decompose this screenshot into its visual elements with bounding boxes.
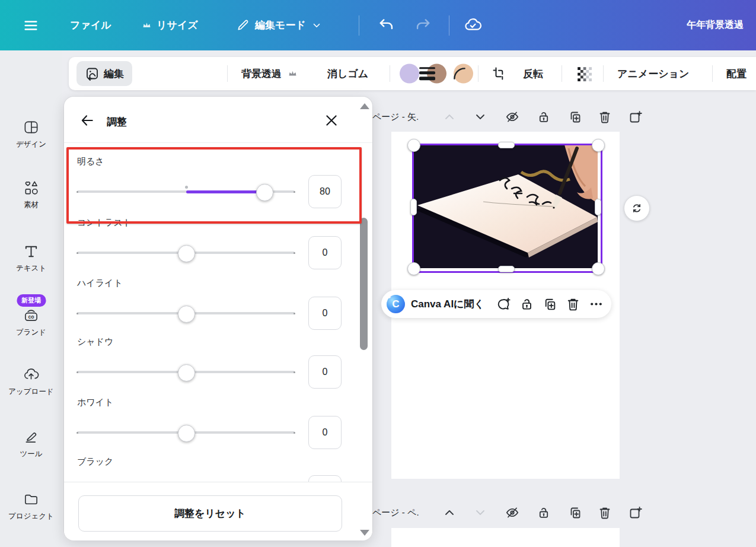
pencil-icon [236, 18, 250, 32]
slider-label: ブラック [77, 456, 113, 468]
panel-scrollbar[interactable] [360, 218, 368, 350]
rotate-button[interactable] [624, 195, 650, 221]
duplicate-icon[interactable] [543, 297, 557, 311]
chevron-down-icon[interactable] [473, 110, 487, 124]
file-menu-button[interactable]: ファイル [70, 0, 111, 50]
position-label: 配置 [726, 67, 747, 81]
resize-handle-n[interactable] [498, 142, 515, 148]
animation-label: アニメーション [617, 67, 689, 81]
lock-open-icon[interactable] [537, 505, 551, 520]
toolbar-divider [712, 65, 713, 82]
main-menu-button[interactable] [23, 0, 39, 50]
slider-thumb[interactable] [178, 306, 195, 323]
position-button[interactable]: 配置 [726, 67, 747, 81]
slider-row-highlights: ハイライト 0 [64, 278, 372, 337]
chevron-down-icon[interactable] [473, 505, 487, 520]
sidebar-item-projects[interactable]: プロジェクト [0, 491, 62, 521]
crop-button[interactable] [492, 66, 506, 81]
image-edit-icon [85, 66, 99, 81]
page2-canvas[interactable] [391, 528, 620, 547]
shadows-value[interactable]: 0 [308, 355, 342, 389]
edit-mode-button[interactable]: 編集モード [236, 0, 322, 50]
tools-icon [23, 429, 39, 445]
duplicate-icon[interactable] [568, 110, 582, 124]
resize-button[interactable]: リサイズ [141, 0, 198, 50]
slider-label: ハイライト [77, 278, 123, 289]
slider-row-brightness: 明るさ 80 [64, 156, 372, 215]
chevron-up-icon[interactable] [442, 110, 457, 124]
undo-button[interactable] [378, 0, 395, 50]
bg-remove-button[interactable]: 背景透過 [241, 67, 298, 81]
redo-icon [414, 17, 432, 34]
contrast-slider[interactable] [77, 252, 295, 254]
close-icon[interactable] [324, 113, 339, 128]
whites-value[interactable]: 0 [308, 416, 342, 449]
slider-thumb[interactable] [178, 425, 195, 442]
resize-handle-nw[interactable] [407, 139, 420, 152]
sidebar-item-brand[interactable]: 新登場 co ブランド [0, 307, 62, 338]
whites-slider[interactable] [77, 431, 295, 434]
eye-off-icon[interactable] [505, 110, 519, 124]
eraser-button[interactable]: 消しゴム [327, 67, 368, 81]
image-edit-toolbar: 編集 背景透過 消しゴム 反転 アニメーション [69, 57, 756, 90]
add-page-icon[interactable] [629, 110, 643, 124]
edit-image-button[interactable]: 編集 [76, 61, 132, 86]
trash-icon[interactable] [598, 505, 612, 520]
trash-icon[interactable] [598, 110, 612, 124]
selected-image[interactable] [413, 145, 598, 268]
flip-button[interactable]: 反転 [523, 67, 543, 81]
sidebar-item-tools[interactable]: ツール [0, 429, 62, 459]
duplicate-icon[interactable] [568, 505, 582, 520]
scroll-down-arrow[interactable] [360, 530, 369, 536]
new-badge: 新登場 [17, 294, 46, 307]
slider-thumb[interactable] [178, 364, 195, 381]
canva-editor: ファイル リサイズ 編集モード 午年背景透過 デザイン 素材 [0, 0, 756, 547]
add-page-icon[interactable] [629, 505, 643, 520]
transparency-button[interactable] [576, 66, 592, 81]
slider-thumb[interactable] [256, 184, 273, 201]
scroll-up-arrow[interactable] [360, 103, 369, 109]
page2-label[interactable]: ページ - ペ. [372, 505, 419, 520]
reset-adjustments-button[interactable]: 調整をリセット [78, 495, 342, 532]
ask-canva-ai-button[interactable]: Canva AIに聞く [411, 297, 484, 311]
cloud-save-status[interactable] [464, 0, 482, 50]
contrast-value[interactable]: 0 [308, 236, 342, 269]
document-title[interactable]: 午年背景透過 [687, 0, 756, 50]
more-icon[interactable] [589, 297, 604, 311]
sidebar-item-elements[interactable]: 素材 [0, 180, 62, 210]
resize-handle-s[interactable] [498, 266, 515, 272]
hamburger-icon [23, 17, 39, 34]
highlights-value[interactable]: 0 [308, 297, 342, 330]
redo-button[interactable] [414, 0, 432, 50]
sidebar-item-design[interactable]: デザイン [0, 119, 62, 150]
highlights-slider[interactable] [77, 312, 295, 314]
comment-plus-icon[interactable] [496, 297, 511, 311]
corner-rounding-button[interactable] [452, 66, 467, 81]
eye-off-icon[interactable] [505, 505, 519, 520]
sidebar-item-text[interactable]: テキスト [0, 243, 62, 274]
sidebar-item-uploads[interactable]: アップロード [0, 367, 62, 397]
canva-ai-logo-icon: C [387, 295, 405, 313]
stroke-weight-icon[interactable] [419, 67, 435, 80]
lock-open-icon[interactable] [537, 110, 551, 124]
brightness-value[interactable]: 80 [308, 175, 342, 208]
resize-label: リサイズ [157, 18, 198, 32]
resize-handle-w[interactable] [410, 199, 417, 215]
lock-open-icon[interactable] [519, 297, 534, 311]
trash-icon[interactable] [566, 297, 580, 311]
resize-handle-sw[interactable] [407, 262, 420, 275]
sidebar: デザイン 素材 テキスト 新登場 co ブランド アップロード ツール プロジェ… [0, 50, 62, 547]
resize-handle-ne[interactable] [592, 139, 605, 152]
chevron-up-icon[interactable] [442, 505, 457, 520]
shadows-slider[interactable] [77, 371, 295, 373]
slider-thumb[interactable] [178, 245, 195, 262]
brightness-slider[interactable] [77, 190, 295, 193]
resize-handle-e[interactable] [595, 199, 601, 215]
back-arrow-icon[interactable] [79, 113, 95, 128]
resize-handle-se[interactable] [592, 262, 605, 275]
page1-label[interactable]: ページ - 矢. [372, 110, 419, 124]
color-swatch-1[interactable] [400, 64, 419, 84]
animation-button[interactable]: アニメーション [617, 67, 689, 81]
sidebar-item-label: アップロード [8, 387, 53, 397]
calligraphy-photo [413, 145, 598, 268]
